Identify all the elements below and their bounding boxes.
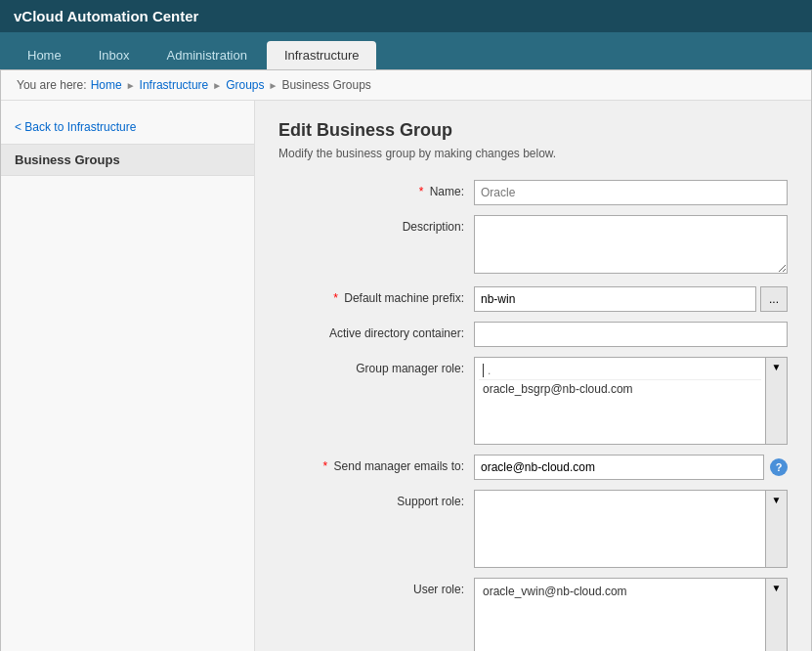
tab-home[interactable]: Home [10,41,79,69]
user-role-select-group: oracle_vwin@nb-cloud.com ▼ [474,578,788,651]
user-role-field-wrapper: oracle_vwin@nb-cloud.com ▼ [474,578,788,651]
send-email-help-icon[interactable]: ? [770,458,788,476]
page-wrapper: You are here: Home ► Infrastructure ► Gr… [0,69,812,651]
machine-prefix-label: * Default machine prefix: [278,286,474,305]
group-manager-listbox[interactable]: . oracle_bsgrp@nb-cloud.com [474,357,766,445]
description-field-wrapper [474,215,788,277]
ad-container-label: Active directory container: [278,322,474,340]
name-label: * Name: [278,180,474,198]
form-row-send-email: * Send manager emails to: ? [278,455,788,480]
breadcrumb: You are here: Home ► Infrastructure ► Gr… [1,70,811,101]
form-row-user-role: User role: oracle_vwin@nb-cloud.com ▼ [278,578,788,651]
form-row-machine-prefix: * Default machine prefix: ... [278,286,788,312]
user-role-item: oracle_vwin@nb-cloud.com [479,583,761,600]
machine-prefix-browse-button[interactable]: ... [760,286,788,312]
name-input[interactable] [474,180,788,205]
sidebar-section-business-groups[interactable]: Business Groups [1,144,254,176]
support-role-listbox[interactable] [474,490,766,568]
support-role-label: Support role: [278,490,474,508]
breadcrumb-groups[interactable]: Groups [226,78,264,92]
description-label: Description: [278,215,474,234]
tab-infrastructure[interactable]: Infrastructure [267,41,377,69]
user-role-dropdown-btn[interactable]: ▼ [766,578,788,651]
name-required-star: * [419,185,424,198]
form-title: Edit Business Group [278,120,788,141]
app-header: vCloud Automation Center [0,0,812,32]
form-row-ad-container: Active directory container: [278,322,788,347]
breadcrumb-infrastructure[interactable]: Infrastructure [140,78,209,92]
nav-bar: Home Inbox Administration Infrastructure [0,32,812,69]
group-manager-item: oracle_bsgrp@nb-cloud.com [479,380,761,398]
form-row-description: Description: [278,215,788,277]
group-manager-select-group: . oracle_bsgrp@nb-cloud.com ▼ [474,357,788,445]
send-email-input[interactable] [474,455,764,480]
breadcrumb-sep-3: ► [269,80,278,91]
breadcrumb-sep-2: ► [212,80,222,91]
description-input[interactable] [474,215,788,274]
breadcrumb-sep-1: ► [126,80,136,91]
back-to-infrastructure-link[interactable]: < Back to Infrastructure [1,110,254,144]
main-content: < Back to Infrastructure Business Groups… [1,101,811,651]
tab-inbox[interactable]: Inbox [81,41,148,69]
breadcrumb-current: Business Groups [281,78,370,92]
ad-container-input[interactable] [474,322,788,347]
breadcrumb-home[interactable]: Home [91,78,122,92]
support-role-field-wrapper: ▼ [474,490,788,568]
machine-prefix-input[interactable] [474,286,756,312]
send-email-required-star: * [323,459,328,473]
user-role-label: User role: [278,578,474,596]
prefix-required-star: * [333,291,338,305]
form-area: Edit Business Group Modify the business … [255,101,811,651]
breadcrumb-prefix: You are here: [17,78,87,92]
group-manager-dropdown-btn[interactable]: ▼ [766,357,788,445]
send-email-label: * Send manager emails to: [278,455,474,473]
ad-container-field-wrapper [474,322,788,347]
group-manager-label: Group manager role: [278,357,474,375]
machine-prefix-field-wrapper: ... [474,286,788,312]
group-manager-field-wrapper: . oracle_bsgrp@nb-cloud.com ▼ [474,357,788,445]
form-row-group-manager: Group manager role: . oracle_bsgrp@nb-cl… [278,357,788,445]
sidebar: < Back to Infrastructure Business Groups [1,101,255,651]
machine-prefix-input-group: ... [474,286,788,312]
form-subtitle: Modify the business group by making chan… [278,147,788,160]
form-row-support-role: Support role: ▼ [278,490,788,568]
name-field-wrapper [474,180,788,205]
tab-administration[interactable]: Administration [150,41,265,69]
form-row-name: * Name: [278,180,788,205]
send-email-field-wrapper [474,455,764,480]
support-role-dropdown-btn[interactable]: ▼ [766,490,788,568]
app-title: vCloud Automation Center [14,8,198,24]
support-role-select-group: ▼ [474,490,788,568]
user-role-listbox[interactable]: oracle_vwin@nb-cloud.com [474,578,766,651]
